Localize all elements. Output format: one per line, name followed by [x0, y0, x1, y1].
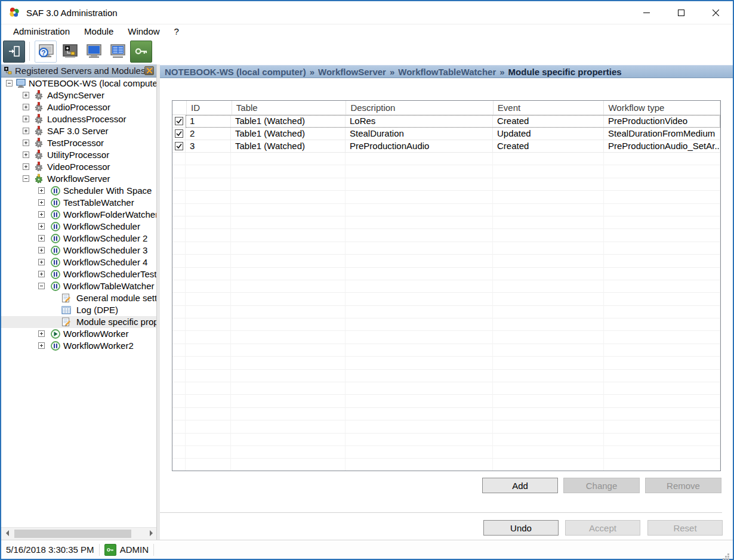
reset-button[interactable]: Reset	[647, 520, 723, 536]
tree-item-videoprocessor[interactable]: VideoProcessor	[1, 161, 156, 173]
tree-item-module-specific-properties[interactable]: Module specific properties	[1, 316, 156, 328]
expand-icon[interactable]	[38, 247, 45, 253]
monitor-button[interactable]	[82, 41, 104, 63]
scroll-left-arrow-icon[interactable]	[6, 530, 9, 536]
help-button[interactable]: ?	[35, 41, 57, 63]
expand-icon[interactable]	[38, 211, 45, 218]
grid-row[interactable]: 1Table1 (Watched)LoResCreatedPreProducti…	[172, 115, 720, 128]
expand-icon[interactable]	[38, 235, 45, 242]
tree-item-workflowscheduler-4[interactable]: WorkflowScheduler 4	[1, 256, 156, 268]
tree-horizontal-scrollbar[interactable]	[1, 527, 156, 540]
panel-close-button[interactable]	[144, 66, 154, 75]
empty-checkbox-cell	[172, 382, 186, 395]
menu-item-module[interactable]: Module	[77, 25, 121, 38]
empty-cell	[231, 446, 346, 459]
collapse-icon[interactable]	[23, 175, 29, 182]
login-key-button[interactable]	[130, 41, 152, 63]
tree-item-general-module-settings[interactable]: General module settings	[1, 292, 156, 304]
grid-empty-row	[172, 204, 720, 216]
module-list-button[interactable]	[106, 41, 128, 63]
window-controls	[629, 1, 733, 24]
close-button[interactable]	[698, 1, 733, 24]
tree-item-workflowworker[interactable]: WorkflowWorker	[1, 328, 156, 340]
accept-button[interactable]: Accept	[565, 520, 640, 536]
menu-item-window[interactable]: Window	[121, 25, 166, 38]
expand-icon[interactable]	[38, 223, 45, 230]
tree-item-workflowtablewatcher[interactable]: WorkflowTableWatcher	[1, 280, 156, 292]
toolbar-separator	[29, 42, 30, 61]
resize-grip[interactable]	[727, 553, 729, 555]
tree-item-loudnessprocessor[interactable]: LoudnessProcessor	[1, 113, 156, 125]
expand-icon[interactable]	[38, 187, 45, 194]
tree-item-audioprocessor[interactable]: AudioProcessor	[1, 101, 156, 113]
grid-column-header-event[interactable]: Event	[494, 101, 605, 115]
tree-item-workflowschedulertest[interactable]: WorkflowSchedulerTest	[1, 268, 156, 280]
empty-cell	[186, 370, 231, 382]
empty-cell	[231, 280, 346, 293]
breadcrumb-segment: NOTEBOOK-WS (local computer)	[165, 67, 306, 77]
empty-checkbox-cell	[172, 204, 186, 216]
tree-item-workflowfolderwatcher[interactable]: WorkflowFolderWatcher	[1, 209, 156, 221]
grid-empty-row	[172, 357, 720, 369]
expand-icon[interactable]	[23, 116, 29, 122]
grid-row[interactable]: 2Table1 (Watched)StealDurationUpdatedSte…	[172, 128, 720, 140]
row-checkbox[interactable]	[175, 129, 183, 138]
tree-item-notebook-ws-local-computer-[interactable]: NOTEBOOK-WS (local computer)	[1, 78, 156, 89]
tree-item-saf-3-0-server[interactable]: SAF 3.0 Server	[1, 125, 156, 137]
empty-cell	[346, 370, 493, 382]
menu-item--[interactable]: ?	[167, 25, 186, 38]
collapse-icon[interactable]	[38, 283, 45, 289]
tree-item-utilityprocessor[interactable]: UtilityProcessor	[1, 149, 156, 161]
row-checkbox[interactable]	[175, 117, 183, 125]
exit-button[interactable]	[3, 41, 25, 63]
empty-cell	[231, 229, 346, 242]
empty-cell	[346, 459, 493, 471]
tree-item-adsyncserver[interactable]: AdSyncServer	[1, 89, 156, 101]
tree-item-workflowworker2[interactable]: WorkflowWorker2	[1, 340, 156, 352]
maximize-button[interactable]	[664, 1, 698, 24]
grid-column-header-workflow-type[interactable]: Workflow type	[604, 101, 720, 115]
row-checkbox[interactable]	[175, 142, 183, 150]
expand-icon[interactable]	[38, 330, 45, 337]
collapse-icon[interactable]	[6, 80, 13, 86]
title-bar: SAF 3.0 Administration	[1, 1, 733, 24]
tree-item-workflowscheduler-3[interactable]: WorkflowScheduler 3	[1, 245, 156, 256]
empty-row-cells	[186, 242, 720, 255]
minimize-button[interactable]	[629, 1, 664, 24]
registered-servers-button[interactable]	[58, 41, 81, 63]
expand-icon[interactable]	[23, 163, 29, 170]
button-area-separator	[160, 512, 722, 513]
expand-icon[interactable]	[38, 259, 45, 265]
expand-icon[interactable]	[38, 342, 45, 349]
expand-icon[interactable]	[23, 140, 29, 146]
grid-column-header-id[interactable]: ID	[187, 101, 232, 115]
form-icon	[61, 293, 72, 304]
empty-cell	[346, 229, 493, 242]
scrollbar-thumb[interactable]	[14, 530, 131, 538]
tree-item-scheduler-with-space[interactable]: Scheduler With Space	[1, 185, 156, 197]
tree-item-log-dpe-[interactable]: Log (DPE)	[1, 304, 156, 316]
menu-item-administration[interactable]: Administration	[6, 25, 77, 38]
tree-item-testtablewatcher[interactable]: TestTableWatcher	[1, 197, 156, 209]
change-button[interactable]: Change	[563, 478, 640, 493]
tree-item-workflowscheduler[interactable]: WorkflowScheduler	[1, 221, 156, 233]
remove-button[interactable]: Remove	[645, 478, 721, 493]
add-button[interactable]: Add	[482, 478, 558, 493]
undo-button[interactable]: Undo	[483, 520, 559, 536]
empty-cell	[346, 420, 493, 433]
expand-icon[interactable]	[23, 104, 29, 110]
status-separator	[99, 544, 100, 556]
tree-item-workflowserver[interactable]: WorkflowServer	[1, 173, 156, 185]
expand-icon[interactable]	[23, 128, 29, 134]
expand-icon[interactable]	[23, 151, 29, 158]
expand-icon[interactable]	[38, 271, 45, 277]
grid-column-header-table[interactable]: Table	[232, 101, 347, 115]
tree-item-workflowscheduler-2[interactable]: WorkflowScheduler 2	[1, 233, 156, 245]
grid-column-header-description[interactable]: Description	[346, 101, 493, 115]
expand-icon[interactable]	[23, 92, 29, 98]
grid-empty-row	[172, 370, 720, 382]
expand-icon[interactable]	[38, 199, 45, 206]
scroll-right-arrow-icon[interactable]	[150, 530, 153, 536]
tree-item-testprocessor[interactable]: TestProcessor	[1, 137, 156, 149]
grid-row[interactable]: 3Table1 (Watched)PreProductionAudioCreat…	[172, 140, 720, 153]
